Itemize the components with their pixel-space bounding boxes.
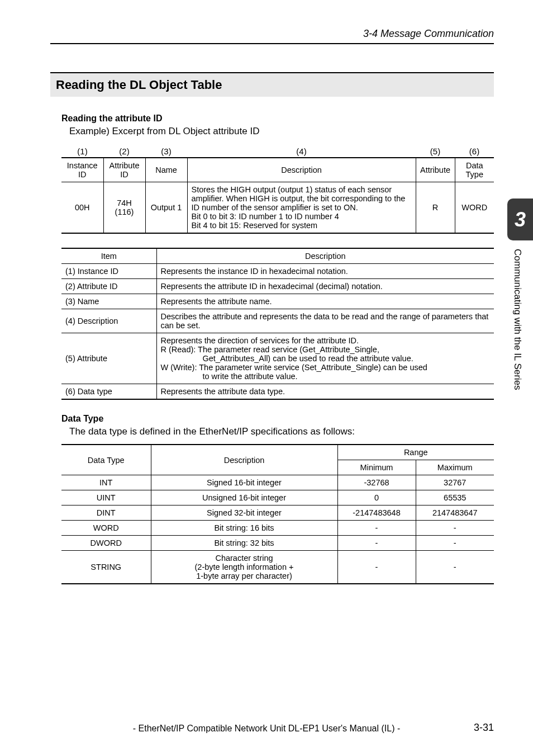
- chapter-tab: 3: [507, 199, 533, 240]
- max-cell: 2147483647: [416, 505, 494, 521]
- desc-cell: Bit string: 32 bits: [151, 536, 337, 551]
- desc-line: Represents the direction of services for…: [161, 336, 491, 345]
- th-max: Maximum: [416, 460, 494, 475]
- desc-line: Bit 4 to bit 15: Reserved for system: [192, 221, 412, 230]
- max-cell: 65535: [416, 490, 494, 505]
- item-cell: (5) Attribute: [61, 333, 156, 384]
- col-label: (5): [416, 144, 455, 158]
- page-header: 3-4 Message Communication: [50, 28, 494, 44]
- dl-object-example-table: (1) (2) (3) (4) (5) (6) Instance ID Attr…: [61, 144, 494, 234]
- cell-data-type: WORD: [455, 182, 494, 234]
- desc-cell: Unsigned 16-bit integer: [151, 490, 337, 505]
- cell-attr-id: 74H (116): [103, 182, 145, 234]
- section-title: Reading the DL Object Table: [50, 72, 494, 97]
- chapter-side-text: Communicating with the IL Series: [512, 249, 523, 390]
- desc-cell: Represents the attribute ID in hexadecim…: [156, 279, 494, 294]
- col-label: (4): [187, 144, 416, 158]
- subsection-title-data-type: Data Type: [61, 414, 494, 424]
- item-cell: (3) Name: [61, 294, 156, 309]
- min-cell: -: [337, 521, 416, 536]
- footer-text: - EtherNet/IP Compatible Network Unit DL…: [0, 724, 533, 734]
- item-description-table: Item Description (1) Instance ID Represe…: [61, 248, 494, 400]
- item-cell: (4) Description: [61, 309, 156, 333]
- cell-instance: 00H: [61, 182, 103, 234]
- dt-cell: DWORD: [61, 536, 151, 551]
- th-description: Description: [187, 158, 416, 182]
- desc-line: R (Read): The parameter read service (Ge…: [161, 345, 491, 354]
- desc-cell: Signed 32-bit integer: [151, 505, 337, 521]
- data-type-text: The data type is defined in the EtherNet…: [61, 426, 494, 437]
- th-min: Minimum: [337, 460, 416, 475]
- th-instance-id: Instance ID: [61, 158, 103, 182]
- th-attribute-id: Attribute ID: [103, 158, 145, 182]
- data-type-table: Data Type Description Range Minimum Maxi…: [61, 444, 494, 584]
- col-label: (6): [455, 144, 494, 158]
- th-attribute: Attribute: [416, 158, 455, 182]
- min-cell: -32768: [337, 475, 416, 490]
- max-cell: 32767: [416, 475, 494, 490]
- desc-line: 1-byte array per character): [155, 571, 334, 580]
- desc-cell: Describes the attribute and represents t…: [156, 309, 494, 333]
- desc-line: (2-byte length information +: [155, 563, 334, 571]
- th-desc: Description: [156, 248, 494, 264]
- cell-attribute: R: [416, 182, 455, 234]
- attr-id-hex: 74H: [117, 199, 132, 207]
- th-description: Description: [151, 445, 337, 475]
- dt-cell: DINT: [61, 505, 151, 521]
- subsection-title-attr-id: Reading the attribute ID: [61, 114, 494, 124]
- min-cell: -: [337, 536, 416, 551]
- attr-id-dec: (116): [115, 207, 134, 216]
- dt-cell: UINT: [61, 490, 151, 505]
- desc-line: Character string: [155, 554, 334, 563]
- th-name: Name: [145, 158, 187, 182]
- cell-description: Stores the HIGH output (output 1) status…: [187, 182, 416, 234]
- desc-cell: Signed 16-bit integer: [151, 475, 337, 490]
- desc-cell: Represents the attribute name.: [156, 294, 494, 309]
- item-cell: (1) Instance ID: [61, 264, 156, 279]
- th-item: Item: [61, 248, 156, 264]
- col-label: (1): [61, 144, 103, 158]
- dt-cell: WORD: [61, 521, 151, 536]
- min-cell: -2147483648: [337, 505, 416, 521]
- desc-line: Stores the HIGH output (output 1) status…: [192, 185, 412, 212]
- dt-cell: INT: [61, 475, 151, 490]
- cell-name: Output 1: [145, 182, 187, 234]
- th-range: Range: [337, 445, 494, 460]
- desc-line: W (Write): The parameter write service (…: [161, 363, 491, 372]
- col-label: (2): [103, 144, 145, 158]
- dt-cell: STRING: [61, 551, 151, 584]
- max-cell: -: [416, 536, 494, 551]
- th-data-type: Data Type: [455, 158, 494, 182]
- item-cell: (2) Attribute ID: [61, 279, 156, 294]
- max-cell: -: [416, 521, 494, 536]
- page-number: 3-31: [474, 722, 494, 734]
- desc-cell: Represents the instance ID in hexadecima…: [156, 264, 494, 279]
- max-cell: -: [416, 551, 494, 584]
- desc-cell: Bit string: 16 bits: [151, 521, 337, 536]
- desc-line: Get_Attributes_All) can be used to read …: [161, 354, 491, 363]
- desc-cell: Character string (2-byte length informat…: [151, 551, 337, 584]
- desc-line: Bit 0 to bit 3: ID number 1 to ID number…: [192, 212, 412, 221]
- desc-line: to write the attribute value.: [161, 372, 491, 381]
- desc-cell: Represents the direction of services for…: [156, 333, 494, 384]
- th-data-type: Data Type: [61, 445, 151, 475]
- chapter-number: 3: [515, 208, 526, 231]
- desc-cell: Represents the attribute data type.: [156, 384, 494, 400]
- item-cell: (6) Data type: [61, 384, 156, 400]
- col-label: (3): [145, 144, 187, 158]
- min-cell: 0: [337, 490, 416, 505]
- min-cell: -: [337, 551, 416, 584]
- example-text: Example) Excerpt from DL Object attribut…: [61, 126, 494, 137]
